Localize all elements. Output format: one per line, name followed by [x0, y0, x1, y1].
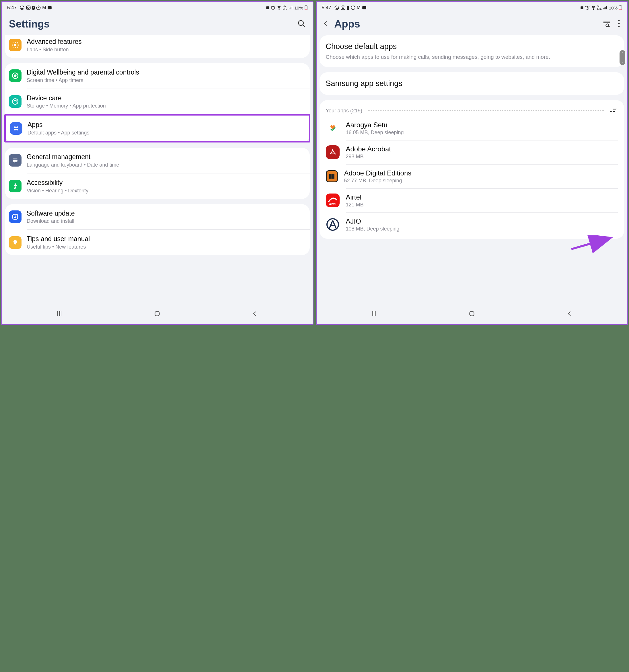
setting-sub: Labs • Side button: [27, 47, 306, 53]
setting-tips[interactable]: Tips and user manual Useful tips • New f…: [5, 230, 310, 255]
apps-highlight: Apps Default apps • App settings: [4, 114, 310, 143]
setting-software-update[interactable]: Software update Download and install: [5, 204, 310, 230]
app-name: Adobe Digital Editions: [344, 169, 618, 177]
adobe-acrobat-icon: [326, 145, 340, 159]
svg-rect-30: [362, 6, 366, 9]
alarm-icon: [271, 5, 275, 10]
app-name: Adobe Acrobat: [346, 145, 618, 153]
page-title: Apps: [334, 18, 360, 30]
card-icon: [580, 6, 584, 10]
gallery-icon: [47, 5, 52, 10]
search-icon[interactable]: [297, 19, 306, 29]
home-button[interactable]: [154, 310, 161, 319]
setting-advanced-features[interactable]: Advanced features Labs • Side button: [5, 35, 310, 58]
recents-button[interactable]: [371, 310, 377, 319]
app-sub: 293 MB: [346, 154, 618, 160]
setting-apps[interactable]: Apps Default apps • App settings: [6, 116, 309, 141]
notification-icon: !: [347, 6, 349, 10]
status-icons-right: VoLTE: [580, 5, 607, 10]
adobe-digital-editions-icon: [326, 170, 338, 182]
app-name: Airtel: [346, 193, 618, 201]
svg-point-36: [619, 23, 620, 24]
card-title: Samsung app settings: [326, 78, 618, 89]
recents-button[interactable]: [56, 310, 63, 319]
back-button[interactable]: [252, 310, 258, 319]
setting-title: Apps: [27, 121, 305, 129]
svg-point-28: [342, 7, 344, 8]
samsung-app-settings-card[interactable]: Samsung app settings: [320, 72, 624, 95]
setting-title: Software update: [27, 209, 306, 218]
setting-title: Advanced features: [27, 38, 306, 46]
apps-content: Choose default apps Choose which apps to…: [317, 35, 627, 305]
scroll-indicator[interactable]: ⌃ ⌄: [620, 50, 625, 65]
svg-point-20: [14, 159, 15, 160]
app-sub: 121 MB: [346, 202, 618, 208]
app-aarogya-setu[interactable]: Aarogya Setu 16.05 MB, Deep sleeping: [320, 116, 624, 140]
setting-digital-wellbeing[interactable]: Digital Wellbeing and parental controls …: [5, 63, 310, 89]
svg-rect-1: [26, 6, 30, 10]
back-icon[interactable]: [320, 19, 331, 29]
card-sub: Choose which apps to use for making call…: [326, 53, 618, 61]
svg-point-13: [14, 126, 16, 128]
battery-icon: [619, 5, 622, 10]
home-button[interactable]: [468, 310, 475, 319]
instagram-icon: [26, 5, 31, 10]
app-adobe-acrobat[interactable]: Adobe Acrobat 293 MB: [320, 141, 624, 164]
setting-device-care[interactable]: Device care Storage • Memory • App prote…: [5, 89, 310, 114]
general-management-icon: [9, 154, 22, 167]
aarogya-setu-icon: [326, 121, 340, 135]
device-care-icon: [9, 95, 22, 108]
battery-percentage: 10%: [294, 5, 303, 10]
scroll-up-icon: ⌃: [621, 52, 624, 54]
app-sub: 16.05 MB, Deep sleeping: [346, 129, 618, 136]
filter-search-icon[interactable]: [602, 19, 611, 29]
accessibility-icon: [9, 180, 22, 192]
wifi-icon: [277, 5, 282, 10]
svg-rect-31: [581, 6, 583, 9]
svg-point-41: [327, 219, 339, 230]
app-ajio[interactable]: AJIO 108 MB, Deep sleeping: [320, 213, 624, 237]
sort-icon[interactable]: [610, 107, 618, 115]
app-sub: 108 MB, Deep sleeping: [346, 226, 618, 232]
settings-content: Advanced features Labs • Side button Dig…: [2, 35, 312, 305]
your-apps-header: Your apps (219): [320, 100, 624, 116]
instagram-icon: [341, 5, 346, 10]
svg-point-9: [14, 44, 17, 46]
page-title: Settings: [9, 18, 50, 30]
svg-point-7: [279, 9, 279, 10]
setting-sub: Download and install: [27, 218, 306, 224]
notification-icon: !: [32, 6, 35, 10]
setting-sub: Screen time • App timers: [27, 77, 306, 83]
svg-rect-38: [329, 174, 331, 178]
svg-rect-42: [469, 311, 474, 316]
choose-default-apps-card[interactable]: Choose default apps Choose which apps to…: [320, 35, 624, 67]
status-icons-left: ! M: [20, 5, 52, 10]
svg-point-26: [335, 6, 339, 10]
setting-general-management[interactable]: General management Language and keyboard…: [5, 148, 310, 173]
setting-accessibility[interactable]: Accessibility Vision • Hearing • Dexteri…: [5, 173, 310, 199]
scroll-down-icon: ⌄: [621, 61, 624, 64]
app-adobe-digital-editions[interactable]: Adobe Digital Editions 52.77 MB, Deep sl…: [320, 165, 624, 188]
back-button[interactable]: [566, 310, 573, 319]
volte-icon: VoLTE: [283, 5, 287, 10]
svg-point-2: [27, 7, 29, 8]
settings-header: Settings: [2, 12, 312, 35]
advanced-features-icon: [9, 39, 22, 51]
tips-icon: [9, 236, 22, 249]
software-update-icon: [9, 211, 22, 223]
setting-sub: Storage • Memory • App protection: [27, 103, 306, 109]
status-bar: 5:47 ! M VoLTE 10%: [317, 2, 627, 12]
setting-title: General management: [27, 153, 306, 161]
setting-title: Digital Wellbeing and parental controls: [27, 68, 306, 76]
svg-rect-5: [266, 6, 269, 9]
status-time: 5:47: [7, 5, 17, 10]
svg-rect-39: [332, 174, 334, 178]
digital-wellbeing-icon: [9, 69, 22, 82]
setting-sub: Default apps • App settings: [27, 130, 305, 136]
apps-phone: 5:47 ! M VoLTE 10%: [316, 1, 628, 325]
app-name: AJIO: [346, 217, 618, 225]
card-icon: [265, 6, 270, 10]
app-airtel[interactable]: airtel Airtel 121 MB: [320, 189, 624, 212]
apps-icon: [10, 122, 22, 135]
more-icon[interactable]: [618, 20, 620, 29]
